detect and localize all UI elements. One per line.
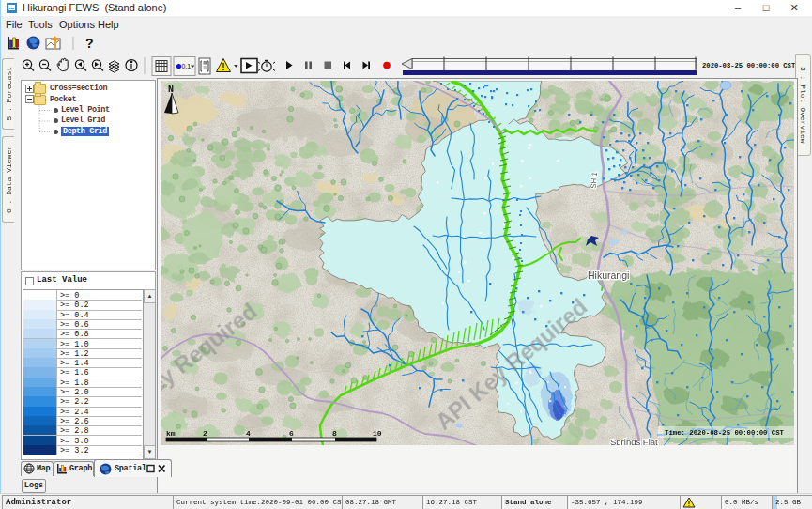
svg-text:2: 2	[203, 429, 207, 438]
svg-text:N: N	[168, 85, 174, 95]
svg-text:Time: 2020-08-25 00:00:00 CST: Time: 2020-08-25 00:00:00 CST	[665, 429, 785, 437]
svg-text:Springs Flat: Springs Flat	[610, 437, 658, 445]
svg-text:2020-08-25 00:00:00 CST: 2020-08-25 00:00:00 CST	[702, 62, 796, 69]
svg-text:8: 8	[332, 429, 337, 438]
svg-text:?: ?	[85, 36, 94, 51]
svg-text:4: 4	[246, 429, 251, 438]
svg-text:6: 6	[289, 429, 294, 438]
svg-text:Hikurangi: Hikurangi	[588, 270, 629, 281]
svg-text:10: 10	[373, 429, 382, 438]
svg-text:0.1: 0.1	[182, 63, 192, 69]
svg-text:SH 1: SH 1	[590, 171, 600, 189]
svg-text:km: km	[166, 429, 176, 438]
